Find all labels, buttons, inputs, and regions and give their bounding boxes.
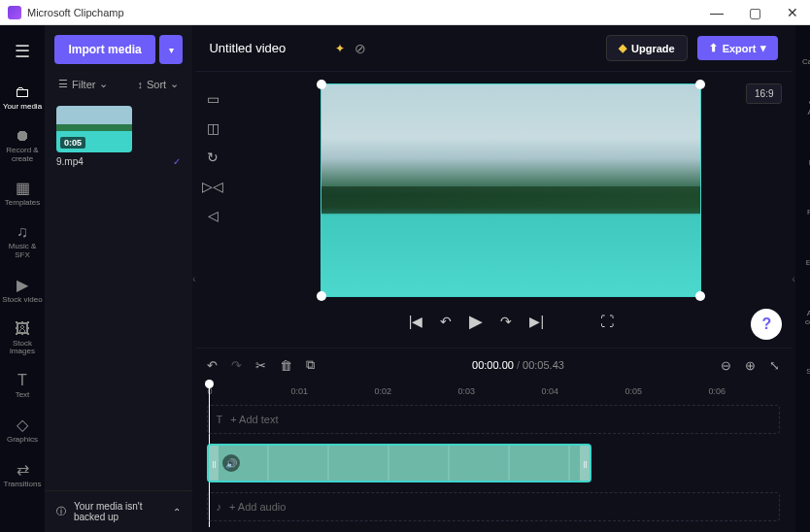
add-text-label: + Add text (230, 414, 278, 425)
nav-record-create[interactable]: ⏺ Record & create (0, 121, 45, 170)
clip-trim-right[interactable]: || (580, 446, 590, 481)
nav-transitions[interactable]: ⇄ Transitions (0, 454, 45, 495)
music-icon: ♪ (216, 501, 221, 513)
visibility-toggle-button[interactable]: ⊘ (354, 41, 366, 56)
nav-stock-video[interactable]: ▶ Stock video (0, 270, 45, 311)
nav-your-media[interactable]: 🗀 Your media (0, 78, 45, 117)
video-clip[interactable]: || 🔊 || (207, 444, 591, 482)
templates-icon: ▦ (16, 179, 30, 197)
resize-handle-tr[interactable] (695, 80, 705, 89)
ruler-tick: 0:06 (708, 386, 792, 396)
delete-button[interactable]: 🗑 (280, 358, 292, 373)
nav-label: Text (16, 391, 30, 400)
clip-trim-left[interactable]: || (209, 446, 219, 481)
left-nav: ☰ 🗀 Your media ⏺ Record & create ▦ Templ… (0, 25, 45, 532)
clip-audio-icon[interactable]: 🔊 (222, 454, 240, 472)
app-logo-icon (8, 6, 21, 19)
rail-fade[interactable]: ◐ Fade (795, 133, 810, 174)
redo-button[interactable]: ↷ (231, 358, 242, 373)
project-title-input[interactable] (209, 41, 325, 55)
window-maximize-button[interactable]: ▢ (745, 5, 765, 20)
chevron-down-icon: ▾ (760, 42, 766, 54)
zoom-fit-button[interactable]: ⤡ (769, 358, 780, 373)
chevron-up-icon: ⌃ (173, 507, 181, 517)
skip-end-button[interactable]: ▶| (529, 314, 544, 329)
ruler-tick: 0:02 (374, 386, 457, 396)
add-text-track-button[interactable]: T + Add text (207, 405, 780, 434)
zoom-in-button[interactable]: ⊕ (745, 358, 756, 373)
undo-button[interactable]: ↶ (207, 358, 218, 373)
window-titlebar: Microsoft Clipchamp — ▢ ✕ (0, 0, 810, 25)
timeline: ↶ ↷ ✂ 🗑 ⧉ 00:00.00 / 00:05.43 ⊖ ⊕ ⤡ 0 0:… (195, 348, 792, 532)
nav-templates[interactable]: ▦ Templates (0, 173, 45, 214)
import-dropdown-button[interactable]: ▾ (159, 35, 183, 64)
clip-used-check-icon: ✓ (173, 156, 181, 167)
nav-label: Stock images (2, 340, 43, 357)
help-button[interactable]: ? (751, 309, 782, 340)
rail-audio[interactable]: 🔊 Audio (795, 83, 810, 123)
nav-label: Templates (5, 199, 40, 208)
top-bar: ✦ ⊘ ◆ Upgrade ⬆ Export ▾ (195, 25, 792, 72)
window-close-button[interactable]: ✕ (783, 5, 802, 20)
info-icon: ⓘ (56, 505, 66, 518)
current-time: 00:00.00 (472, 359, 514, 371)
resize-handle-br[interactable] (695, 291, 705, 301)
nav-label: Graphics (7, 436, 38, 445)
resize-handle-bl[interactable] (317, 291, 326, 301)
clip-duration-badge: 0:05 (60, 137, 85, 149)
flip-horizontal-icon[interactable]: ▷◁ (202, 179, 223, 194)
timeline-ruler[interactable]: 0 0:01 0:02 0:03 0:04 0:05 0:06 (195, 382, 792, 401)
backup-message: Your media isn't backed up (74, 501, 165, 522)
hamburger-menu-button[interactable]: ☰ (15, 33, 30, 74)
nav-graphics[interactable]: ◇ Graphics (0, 410, 45, 450)
window-title: Microsoft Clipchamp (27, 7, 124, 18)
camera-icon: ⏺ (15, 127, 30, 145)
rail-label: Adjust colours (797, 310, 810, 327)
nav-label: Record & create (2, 147, 43, 164)
crop-icon[interactable]: ◫ (207, 120, 219, 136)
flip-vertical-icon[interactable]: ◁ (208, 208, 219, 223)
sort-button[interactable]: ↕ Sort ⌄ (137, 78, 179, 90)
filter-button[interactable]: ☰ Filter ⌄ (58, 78, 108, 90)
timecode-display: 00:00.00 / 00:05.43 (328, 359, 707, 371)
fullscreen-button[interactable]: ⛶ (600, 314, 614, 329)
aspect-ratio-button[interactable]: 16:9 (746, 83, 782, 104)
rail-label: Speed (806, 368, 810, 377)
stage-tools: ▭ ◫ ↻ ▷◁ ◁ (195, 72, 230, 348)
zoom-out-button[interactable]: ⊖ (721, 358, 731, 373)
rail-adjust-colours[interactable]: ◑ Adjust colours (795, 283, 810, 333)
ruler-tick: 0:05 (624, 386, 708, 396)
backup-warning-button[interactable]: ⓘ Your media isn't backed up ⌃ (45, 490, 192, 532)
forward-button[interactable]: ↷ (500, 314, 512, 329)
fit-icon[interactable]: ▭ (207, 91, 219, 107)
ruler-tick: 0 (207, 386, 290, 396)
nav-music-sfx[interactable]: ♫ Music & SFX (0, 217, 45, 266)
split-button[interactable]: ✂ (255, 358, 266, 373)
skip-start-button[interactable]: |◀ (409, 314, 423, 329)
rail-effects[interactable]: ✧ Effects (795, 233, 810, 274)
import-media-button[interactable]: Import media (54, 35, 155, 64)
sparkle-icon: ✦ (335, 42, 345, 55)
rail-speed[interactable]: ⏱ Speed (795, 343, 810, 382)
rail-captions[interactable]: cc Captions (795, 33, 810, 73)
export-button[interactable]: ⬆ Export ▾ (697, 36, 779, 60)
diamond-icon: ◆ (619, 42, 626, 54)
window-minimize-button[interactable]: — (706, 5, 727, 20)
media-thumbnail[interactable]: 0:05 (56, 106, 132, 152)
rotate-icon[interactable]: ↻ (207, 150, 219, 165)
ruler-tick: 0:01 (290, 386, 374, 396)
video-canvas[interactable] (321, 83, 701, 297)
text-icon: T (17, 372, 27, 389)
upgrade-button[interactable]: ◆ Upgrade (606, 35, 688, 61)
rail-label: Effects (806, 259, 810, 268)
duplicate-button[interactable]: ⧉ (306, 357, 315, 373)
rewind-button[interactable]: ↶ (440, 314, 452, 329)
play-button[interactable]: ▶ (469, 311, 483, 332)
nav-text[interactable]: T Text (0, 366, 45, 406)
image-icon: 🖼 (15, 320, 30, 338)
folder-icon: 🗀 (15, 83, 30, 101)
add-audio-track-button[interactable]: ♪ + Add audio (207, 492, 780, 521)
rail-filters[interactable]: ◎ Filters (795, 183, 810, 223)
nav-stock-images[interactable]: 🖼 Stock images (0, 315, 45, 363)
resize-handle-tl[interactable] (317, 80, 326, 89)
